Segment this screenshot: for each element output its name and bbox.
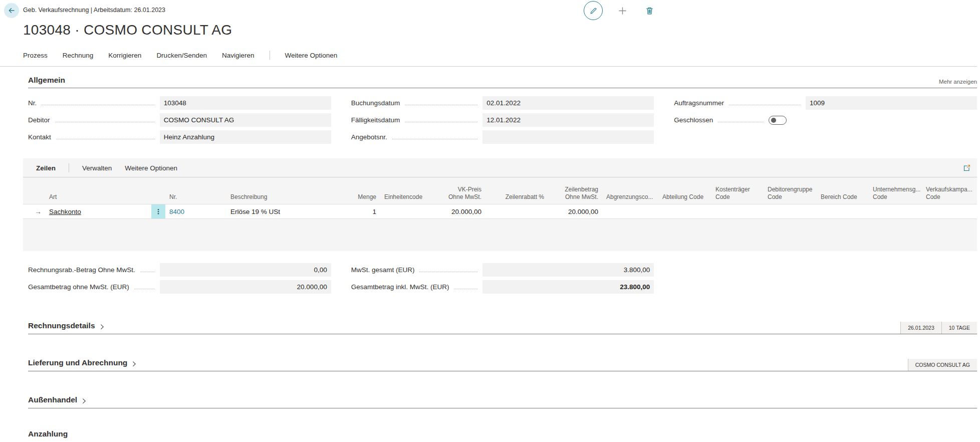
cell-abteilung-code[interactable] bbox=[658, 204, 711, 218]
field-geschlossen: Geschlossen bbox=[674, 113, 977, 127]
cell-einheitencode[interactable] bbox=[380, 204, 439, 218]
dotted-leader bbox=[55, 122, 155, 122]
dotted-leader bbox=[419, 272, 477, 272]
field-invoice-discount: Rechnungsrab.-Betrag Ohne MwSt. 0,00 bbox=[28, 263, 331, 277]
lieferung-badges: COSMO CONSULT AG bbox=[908, 359, 977, 371]
vat-total-value[interactable]: 3.800,00 bbox=[482, 263, 654, 277]
action-weitere-optionen[interactable]: Weitere Optionen bbox=[285, 52, 338, 59]
field-angebotsnr-input[interactable] bbox=[482, 130, 654, 144]
col-header-zeilenrabatt[interactable]: Zeilenrabatt % bbox=[485, 193, 548, 204]
col-header-beschreibung[interactable]: Beschreibung bbox=[226, 193, 349, 204]
field-kontakt-label: Kontakt bbox=[28, 133, 51, 141]
cell-nr[interactable]: 8400 bbox=[165, 204, 226, 218]
col-header-abteilung-code[interactable]: Abteilung Code bbox=[658, 193, 711, 204]
dotted-leader bbox=[134, 289, 155, 289]
col-header-bereich-code[interactable]: Bereich Code bbox=[817, 193, 869, 204]
cell-zeilenrabatt[interactable] bbox=[485, 204, 548, 218]
lines-table-header: Art Nr. Beschreibung Menge Einheitencode… bbox=[23, 181, 977, 204]
action-bar: Prozess Rechnung Korrigieren Drucken/Sen… bbox=[23, 48, 977, 62]
action-korrigieren[interactable]: Korrigieren bbox=[108, 52, 141, 59]
edit-button[interactable] bbox=[584, 1, 603, 20]
chevron-right-icon bbox=[131, 361, 136, 366]
cell-beschreibung[interactable]: Erlöse 19 % USt bbox=[226, 204, 349, 218]
action-navigieren[interactable]: Navigieren bbox=[222, 52, 255, 59]
badge-customer[interactable]: COSMO CONSULT AG bbox=[908, 359, 977, 371]
field-kontakt: Kontakt Heinz Anzahlung bbox=[28, 130, 331, 144]
badge-payment-terms[interactable]: 10 TAGE bbox=[941, 322, 977, 334]
rechnungsdetails-title[interactable]: Rechnungsdetails bbox=[28, 321, 103, 330]
total-excl-vat-value[interactable]: 20.000,00 bbox=[160, 280, 331, 294]
cell-unternehmensgruppe-code[interactable] bbox=[869, 204, 922, 218]
general-section-header: Allgemein Mehr anzeigen bbox=[28, 76, 977, 88]
lieferung-abrechnung-title[interactable]: Lieferung und Abrechnung bbox=[28, 358, 135, 367]
invoice-discount-value[interactable]: 0,00 bbox=[160, 263, 331, 277]
plus-icon bbox=[618, 6, 627, 16]
field-nr: Nr. 103048 bbox=[28, 96, 331, 110]
tab-zeilen[interactable]: Zeilen bbox=[36, 164, 56, 172]
field-total-excl-vat: Gesamtbetrag ohne MwSt. (EUR) 20.000,00 bbox=[28, 280, 331, 294]
action-drucken-senden[interactable]: Drucken/Senden bbox=[156, 52, 207, 59]
col-header-vk-preis[interactable]: VK-Preis Ohne MwSt. bbox=[439, 186, 485, 204]
field-kontakt-input[interactable]: Heinz Anzahlung bbox=[160, 130, 331, 144]
cell-debitorengruppe-code[interactable] bbox=[764, 204, 817, 218]
rechnungsdetails-badges: 26.01.2023 10 TAGE bbox=[900, 322, 977, 334]
dotted-leader bbox=[392, 139, 478, 139]
field-faelligkeitsdatum-input[interactable]: 12.01.2022 bbox=[482, 113, 654, 127]
field-vat-total: MwSt. gesamt (EUR) 3.800,00 bbox=[351, 263, 654, 277]
cell-menge[interactable]: 1 bbox=[349, 204, 380, 218]
field-debitor-input[interactable]: COSMO CONSULT AG bbox=[160, 113, 331, 127]
lines-tab-bar: Zeilen Verwalten Weitere Optionen bbox=[23, 158, 977, 177]
general-section-title[interactable]: Allgemein bbox=[28, 76, 65, 85]
col-header-kostentraeger-code[interactable]: Kostenträger Code bbox=[711, 186, 764, 204]
invoice-discount-label: Rechnungsrab.-Betrag Ohne MwSt. bbox=[28, 266, 135, 274]
row-menu-button[interactable]: ⋮ bbox=[151, 204, 165, 218]
lines-weitere-optionen[interactable]: Weitere Optionen bbox=[125, 164, 177, 172]
field-buchungsdatum-input[interactable]: 02.01.2022 bbox=[482, 96, 654, 110]
cell-bereich-code[interactable] bbox=[817, 204, 869, 218]
col-header-arrow bbox=[31, 201, 45, 204]
back-arrow-icon bbox=[8, 7, 16, 15]
badge-due-date[interactable]: 26.01.2023 bbox=[900, 322, 941, 334]
total-incl-vat-label: Gesamtbetrag inkl. MwSt. (EUR) bbox=[351, 283, 449, 291]
row-arrow-icon: → bbox=[31, 204, 45, 218]
field-nr-label: Nr. bbox=[28, 99, 37, 107]
col-header-art[interactable]: Art bbox=[45, 193, 151, 204]
back-button[interactable] bbox=[4, 3, 19, 18]
cell-kostentraeger-code[interactable] bbox=[711, 204, 764, 218]
field-buchungsdatum-label: Buchungsdatum bbox=[351, 99, 400, 107]
tab-divider bbox=[69, 163, 69, 172]
page-title: 103048 · COSMO CONSULT AG bbox=[23, 22, 980, 38]
vertical-ellipsis-icon: ⋮ bbox=[155, 207, 162, 215]
col-header-einheitencode[interactable]: Einheitencode bbox=[380, 193, 439, 204]
col-header-nr[interactable]: Nr. bbox=[165, 193, 226, 204]
total-incl-vat-value[interactable]: 23.800,00 bbox=[482, 280, 654, 294]
add-button[interactable] bbox=[615, 2, 630, 19]
art-link[interactable]: Sachkonto bbox=[49, 208, 81, 215]
dotted-leader bbox=[405, 105, 477, 105]
field-auftragsnummer-label: Auftragsnummer bbox=[674, 99, 724, 107]
col-header-debitorengruppe-code[interactable]: Debitorengruppe Code bbox=[764, 186, 817, 204]
total-excl-vat-label: Gesamtbetrag ohne MwSt. (EUR) bbox=[28, 283, 129, 291]
col-header-zeilenbetrag[interactable]: Zeilenbetrag Ohne MwSt. bbox=[548, 186, 602, 204]
focus-mode-button[interactable] bbox=[963, 164, 971, 172]
cell-vk-preis[interactable]: 20.000,00 bbox=[439, 204, 485, 218]
field-nr-input[interactable]: 103048 bbox=[160, 96, 331, 110]
aussenhandel-title[interactable]: Außenhandel bbox=[28, 395, 85, 404]
action-prozess[interactable]: Prozess bbox=[23, 52, 48, 59]
toggle-knob bbox=[771, 118, 776, 123]
col-header-unternehmensgruppe-code[interactable]: Unternehmensg... Code bbox=[869, 186, 922, 204]
field-auftragsnummer-input[interactable]: 1009 bbox=[806, 96, 977, 110]
cell-verkaufskampagne-code[interactable] bbox=[922, 204, 977, 218]
action-rechnung[interactable]: Rechnung bbox=[63, 52, 94, 59]
col-header-abgrenzungscode[interactable]: Abgrenzungsco... bbox=[602, 193, 658, 204]
prepayment-title[interactable]: Anzahlung bbox=[28, 429, 68, 438]
show-more-link[interactable]: Mehr anzeigen bbox=[939, 79, 977, 85]
geschlossen-toggle[interactable] bbox=[769, 116, 787, 125]
cell-zeilenbetrag[interactable]: 20.000,00 bbox=[548, 204, 602, 218]
lines-verwalten[interactable]: Verwalten bbox=[82, 164, 112, 172]
cell-abgrenzungscode[interactable] bbox=[602, 204, 658, 218]
col-header-verkaufskampagne-code[interactable]: Verkaufskampa... Code bbox=[922, 186, 977, 204]
col-header-menge[interactable]: Menge bbox=[349, 193, 380, 204]
dotted-leader bbox=[405, 122, 477, 122]
delete-button[interactable] bbox=[642, 2, 657, 19]
